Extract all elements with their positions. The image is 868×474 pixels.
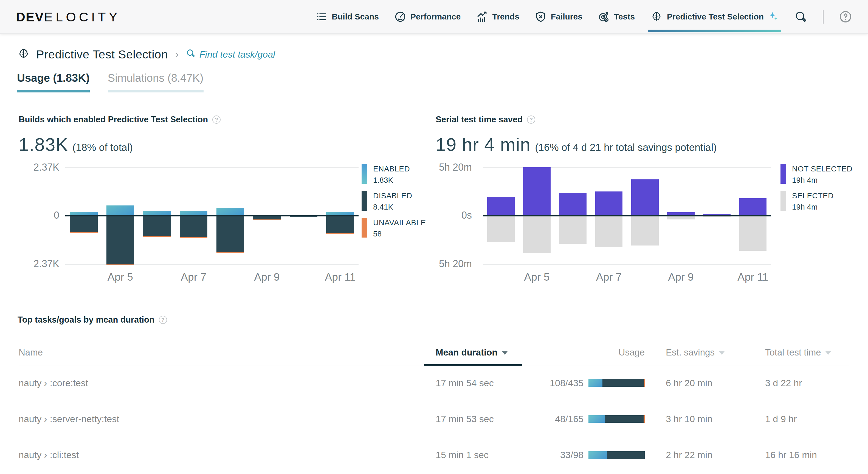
brain-icon <box>17 47 30 61</box>
nav-item-performance[interactable]: Performance <box>394 0 461 33</box>
build-scans-icon <box>315 11 328 23</box>
disabled-segment <box>604 415 643 423</box>
headline-note: (18% of total) <box>72 142 133 153</box>
gridline <box>483 264 771 265</box>
chart-title-row: Serial test time saved ? <box>436 115 866 125</box>
total-test-time-value: 16 hr 16 min <box>765 437 817 473</box>
disabled-bar <box>106 216 134 264</box>
column-header-usage: Usage <box>540 347 645 358</box>
disabled-bar <box>216 216 244 252</box>
nav-item-failures[interactable]: Failures <box>535 0 582 33</box>
selected-bar <box>739 216 767 251</box>
unavailable-segment <box>644 379 645 387</box>
enabled-segment <box>588 415 604 423</box>
column-header-name: Name <box>19 347 43 358</box>
find-test-task-goal-link[interactable]: Find test task/goal <box>186 48 275 60</box>
search-icon[interactable] <box>794 10 807 23</box>
not-selected-bar <box>523 167 551 216</box>
column-label: Mean duration <box>436 347 498 357</box>
column-header-est-savings[interactable]: Est. savings <box>666 347 724 358</box>
unavailable-bar <box>253 219 281 220</box>
unavailable-bar <box>180 237 208 238</box>
disabled-segment <box>602 379 644 387</box>
enabled-bar <box>106 206 134 216</box>
develocity-dashboard: DEV ELOCITY Build Scans <box>0 0 868 474</box>
legend-item-selected: SELECTED 19h 4m <box>780 191 852 212</box>
help-icon[interactable]: ? <box>212 116 221 124</box>
x-tick-label: Apr 7 <box>596 271 622 283</box>
not-selected-swatch <box>780 164 786 184</box>
tab-simulations[interactable]: Simulations (8.47K) <box>108 72 204 92</box>
legend-label: ENABLED <box>373 165 410 173</box>
chart-title-row: Builds which enabled Predictive Test Sel… <box>19 115 430 125</box>
y-axis-top-label: 5h 20m <box>436 161 472 173</box>
table-header-row: Name Mean duration Usage Est. savings To… <box>19 340 849 366</box>
est-savings-value: 2 hr 22 min <box>666 437 712 473</box>
headline-value: 19 hr 4 min <box>436 134 531 155</box>
nav-item-predictive-test-selection[interactable]: Predictive Test Selection <box>650 0 779 33</box>
not-selected-bar <box>487 197 515 216</box>
x-tick-label: Apr 11 <box>325 271 355 283</box>
enabled-swatch <box>362 164 367 184</box>
performance-gauge-icon <box>394 11 406 23</box>
column-header-total-test-time[interactable]: Total test time <box>765 347 831 358</box>
sparkles-icon <box>768 11 779 22</box>
top-navigation-bar: DEV ELOCITY Build Scans <box>0 0 868 34</box>
nav-item-trends[interactable]: Trends <box>476 0 519 33</box>
x-tick-label: Apr 9 <box>254 271 280 283</box>
nav-item-build-scans[interactable]: Build Scans <box>315 0 379 33</box>
unavailable-bar <box>70 232 98 233</box>
nav-label: Build Scans <box>332 12 379 22</box>
sort-icon <box>826 351 831 355</box>
help-icon[interactable]: ? <box>527 116 535 124</box>
nav-label: Trends <box>492 12 519 22</box>
table-row[interactable]: nauty › :core:test 17 min 54 sec 108/435… <box>19 366 849 401</box>
time-saved-bar-plot <box>483 167 771 264</box>
selected-bar <box>595 216 623 247</box>
not-selected-bar <box>595 191 623 216</box>
unavailable-segment <box>644 415 645 423</box>
selected-bar <box>523 216 551 253</box>
enabled-segment <box>588 451 607 459</box>
task-name[interactable]: nauty › :core:test <box>19 366 88 401</box>
not-selected-bar <box>631 180 659 216</box>
headline-note: (16% of 4 d 21 hr total savings potentia… <box>535 142 717 153</box>
legend-item-unavailable: UNAVAILABLE 58 <box>362 218 426 239</box>
table-row[interactable]: nauty › :server-netty:test 17 min 53 sec… <box>19 401 849 437</box>
table-section-title-row: Top tasks/goals by mean duration ? <box>18 315 167 325</box>
tab-usage[interactable]: Usage (1.83K) <box>17 72 90 92</box>
table-row[interactable]: nauty › :cli:test 15 min 1 sec 33/98 2 h… <box>19 437 849 473</box>
help-icon[interactable]: ? <box>159 316 167 324</box>
disabled-bar <box>143 216 171 236</box>
mean-duration-value: 15 min 1 sec <box>436 437 489 473</box>
usage-cell: 48/165 <box>518 401 645 437</box>
task-name[interactable]: nauty › :server-netty:test <box>19 401 119 437</box>
tabs: Usage (1.83K) Simulations (8.47K) <box>17 72 204 92</box>
nav-item-tests[interactable]: Tests <box>598 0 635 33</box>
x-tick-label: Apr 9 <box>668 271 693 283</box>
page-title: Predictive Test Selection <box>36 48 168 61</box>
x-axis-labels: Apr 5Apr 7Apr 9Apr 11 <box>65 271 359 285</box>
sort-icon <box>719 351 724 355</box>
usage-mini-bar <box>588 379 645 387</box>
column-header-mean-duration[interactable]: Mean duration <box>436 347 507 358</box>
unavailable-bar <box>143 236 171 237</box>
usage-mini-bar <box>588 451 645 459</box>
unavailable-bar <box>326 233 354 234</box>
enabled-segment <box>588 379 602 387</box>
column-label: Total test time <box>765 347 821 357</box>
total-test-time-value: 1 d 9 hr <box>765 401 797 437</box>
task-name[interactable]: nauty › :cli:test <box>19 437 79 473</box>
help-icon[interactable] <box>839 10 852 23</box>
mean-duration-value: 17 min 53 sec <box>436 401 494 437</box>
brain-icon <box>650 10 663 23</box>
chart-headline: 19 hr 4 min (16% of 4 d 21 hr total savi… <box>436 134 717 155</box>
x-tick-label: Apr 11 <box>737 271 768 283</box>
legend-value: 8.41K <box>373 203 412 212</box>
develocity-logo[interactable]: DEV ELOCITY <box>16 9 120 24</box>
est-savings-value: 6 hr 20 min <box>666 366 712 401</box>
x-tick-label: Apr 5 <box>107 271 133 283</box>
legend-label: UNAVAILABLE <box>373 218 426 227</box>
x-tick-label: Apr 5 <box>524 271 550 283</box>
breadcrumb: › <box>175 49 179 60</box>
